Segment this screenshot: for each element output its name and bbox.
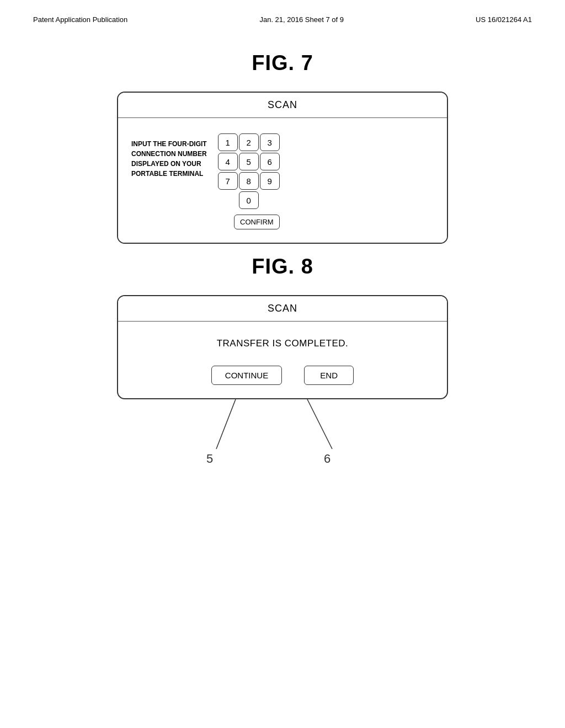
numpad-key-8[interactable]: 8 bbox=[239, 172, 259, 190]
numpad-key-1[interactable]: 1 bbox=[218, 133, 238, 151]
fig7-screen: SCAN INPUT THE FOUR-DIGITCONNECTION NUMB… bbox=[117, 92, 448, 244]
fig8-section: FIG. 8 SCAN TRANSFER IS COMPLETED. CONTI… bbox=[56, 255, 509, 471]
fig7-label: FIG. 7 bbox=[56, 51, 509, 75]
header-left: Patent Application Publication bbox=[33, 15, 127, 24]
continue-button[interactable]: CONTINUE bbox=[211, 366, 282, 385]
svg-line-1 bbox=[307, 399, 332, 449]
numpad-row-0: 0 bbox=[218, 191, 280, 209]
confirm-button[interactable]: CONFIRM bbox=[234, 215, 280, 229]
fig7-title: SCAN bbox=[118, 93, 447, 118]
numpad-key-4[interactable]: 4 bbox=[218, 153, 238, 170]
numpad: 1 2 3 4 5 6 7 8 9 bbox=[218, 133, 280, 209]
numpad-key-7[interactable]: 7 bbox=[218, 172, 238, 190]
fig7-section: FIG. 7 SCAN INPUT THE FOUR-DIGITCONNECTI… bbox=[56, 51, 509, 244]
numpad-row-2: 4 5 6 bbox=[218, 153, 280, 170]
svg-line-0 bbox=[216, 399, 236, 449]
numpad-row-1: 1 2 3 bbox=[218, 133, 280, 151]
fig7-body: INPUT THE FOUR-DIGITCONNECTION NUMBERDIS… bbox=[118, 118, 447, 243]
fig8-body: TRANSFER IS COMPLETED. CONTINUE END bbox=[118, 322, 447, 398]
numpad-key-0[interactable]: 0 bbox=[239, 191, 259, 209]
page: Patent Application Publication Jan. 21, … bbox=[0, 0, 565, 471]
numpad-key-5[interactable]: 5 bbox=[239, 153, 259, 170]
callout-label-5: 5 bbox=[206, 452, 213, 465]
end-button[interactable]: END bbox=[304, 366, 354, 385]
transfer-complete-text: TRANSFER IS COMPLETED. bbox=[217, 338, 349, 349]
callout-svg: 5 6 bbox=[117, 399, 448, 471]
numpad-key-3[interactable]: 3 bbox=[260, 133, 280, 151]
fig8-buttons: CONTINUE END bbox=[211, 366, 354, 385]
callout-area: 5 6 bbox=[117, 399, 448, 471]
header-right: US 16/021264 A1 bbox=[476, 15, 532, 24]
fig8-title: SCAN bbox=[118, 296, 447, 322]
numpad-key-6[interactable]: 6 bbox=[260, 153, 280, 170]
header-center: Jan. 21, 2016 Sheet 7 of 9 bbox=[259, 15, 344, 24]
numpad-row-3: 7 8 9 bbox=[218, 172, 280, 190]
numpad-key-2[interactable]: 2 bbox=[239, 133, 259, 151]
patent-header: Patent Application Publication Jan. 21, … bbox=[0, 0, 565, 35]
confirm-row: CONFIRM bbox=[218, 215, 280, 229]
fig8-label: FIG. 8 bbox=[56, 255, 509, 279]
callout-label-6: 6 bbox=[324, 452, 331, 465]
fig7-instruction-text: INPUT THE FOUR-DIGITCONNECTION NUMBERDIS… bbox=[131, 133, 207, 179]
numpad-key-9[interactable]: 9 bbox=[260, 172, 280, 190]
fig8-screen: SCAN TRANSFER IS COMPLETED. CONTINUE END bbox=[117, 295, 448, 399]
